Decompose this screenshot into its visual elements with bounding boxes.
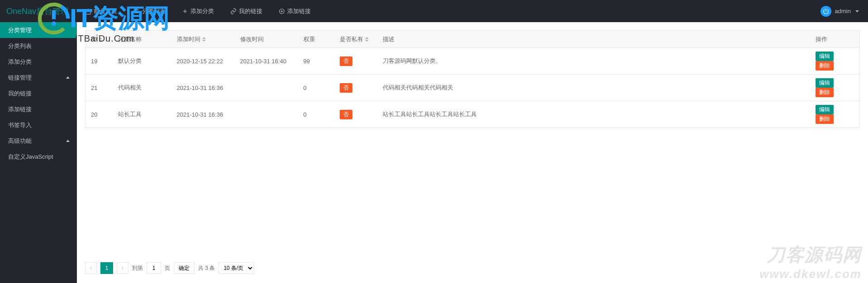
home-icon [85,8,91,14]
sidebar-item-add-link[interactable]: 添加链接 [0,101,77,117]
list-icon [133,8,140,14]
col-add-time[interactable]: 添加时间 [171,31,235,48]
private-badge: 否 [340,57,352,66]
cell-id: 20 [85,101,113,128]
sidebar-group-links[interactable]: 链接管理 [0,70,77,85]
nav-label: 分类列表 [142,7,166,15]
svg-point-5 [134,12,135,13]
cell-add-time: 2021-10-31 16:36 [171,75,235,101]
cell-id: 19 [85,48,113,75]
private-badge: 否 [340,83,352,93]
chevron-up-icon [66,140,70,142]
sidebar-group-label: 分类管理 [8,22,32,38]
sidebar-group-label: 链接管理 [8,70,32,85]
cell-private: 否 [334,48,377,75]
sidebar-item-import-bookmarks[interactable]: 书签导入 [0,117,77,133]
sort-icon [365,37,369,42]
sort-icon [202,37,206,42]
col-name: 分类名称 [113,31,171,48]
goto-label: 到第 [132,264,143,272]
edit-button[interactable]: 编辑 [816,78,834,88]
cell-name: 默认分类 [113,48,171,75]
goto-page-input[interactable] [147,262,161,274]
nav-category-list[interactable]: 分类列表 [125,0,174,22]
pagination: 1 到第 页 确定 共 3 条 10 条/页 [85,262,254,274]
plus-icon [182,8,188,14]
plus-circle-icon [279,8,285,14]
goto-confirm-button[interactable]: 确定 [174,262,194,274]
sort-icon [99,38,102,42]
top-header: OneNav后台管理 前台首页 分类列表 添加分类 我的链接 [0,0,868,22]
chevron-down-icon [855,10,859,12]
chevron-up-icon [66,76,70,79]
col-desc: 描述 [377,31,810,48]
sidebar-group-advanced[interactable]: 高级功能 [0,133,77,149]
cell-weight: 0 [298,101,334,128]
sidebar-group-category[interactable]: 分类管理 [0,22,77,38]
user-menu[interactable]: admin [811,0,868,22]
nav-label: 添加链接 [287,7,311,15]
nav-add-link[interactable]: 添加链接 [270,0,319,22]
cell-name: 代码相关 [113,75,171,101]
svg-point-4 [134,11,135,11]
sidebar-item-category-list[interactable]: 分类列表 [0,38,77,54]
edit-button[interactable]: 编辑 [816,52,834,61]
sidebar-item-custom-js[interactable]: 自定义JavaScript [0,149,77,165]
table-row: 20站长工具2021-10-31 16:360否站长工具站长工具站长工具站长工具… [85,101,860,128]
cell-add-time: 2020-12-15 22:22 [171,48,235,75]
page-next-button[interactable] [117,262,128,274]
cell-ops: 编辑删除 [810,48,860,75]
svg-point-3 [134,9,135,9]
cell-private: 否 [334,101,377,128]
page-prev-button[interactable] [85,262,97,274]
col-weight: 权重 [298,31,334,48]
total-count: 共 3 条 [198,264,215,272]
nav-add-category[interactable]: 添加分类 [174,0,222,22]
cell-mod-time [235,101,298,128]
delete-button[interactable]: 删除 [816,88,834,97]
col-private[interactable]: 是否私有 [334,31,377,48]
col-mod-time: 修改时间 [235,31,298,48]
delete-button[interactable]: 删除 [816,114,834,124]
col-id[interactable]: ID [85,31,113,48]
nav-label: 添加分类 [190,7,214,15]
user-name: admin [835,8,851,14]
cell-ops: 编辑删除 [810,75,860,101]
sidebar: 分类管理 分类列表 添加分类 链接管理 我的链接 添加链接 书签导入 高级功能 … [0,22,77,283]
col-ops: 操作 [810,31,860,48]
link-icon [230,8,237,14]
nav-home[interactable]: 前台首页 [77,0,125,22]
cell-ops: 编辑删除 [810,101,860,128]
page-unit: 页 [165,264,170,272]
per-page-select[interactable]: 10 条/页 [218,262,254,274]
page-number-current[interactable]: 1 [100,262,113,274]
cell-name: 站长工具 [113,101,171,128]
cell-add-time: 2021-10-31 16:36 [171,101,235,128]
category-table: ID 分类名称 添加时间 修改时间 权重 是否私有 描述 操作 19默认分类20… [85,30,860,128]
delete-button[interactable]: 删除 [816,61,834,71]
cell-weight: 99 [298,48,334,75]
cell-mod-time [235,75,298,101]
nav-label: 我的链接 [239,7,262,15]
cell-desc: 站长工具站长工具站长工具站长工具 [377,101,810,128]
main-content: ID 分类名称 添加时间 修改时间 权重 是否私有 描述 操作 19默认分类20… [77,22,868,283]
cell-private: 否 [334,75,377,101]
cell-mod-time: 2021-10-31 16:40 [235,48,298,75]
private-badge: 否 [340,110,352,119]
power-icon [821,6,831,17]
edit-button[interactable]: 编辑 [816,105,834,114]
nav-my-links[interactable]: 我的链接 [222,0,270,22]
cell-desc: 刀客源码网默认分类。 [377,48,810,75]
sidebar-item-add-category[interactable]: 添加分类 [0,54,77,70]
table-row: 19默认分类2020-12-15 22:222021-10-31 16:4099… [85,48,860,75]
cell-weight: 0 [298,75,334,101]
nav-label: 前台首页 [94,7,117,15]
cell-desc: 代码相关代码相关代码相关 [377,75,810,101]
sidebar-item-my-links[interactable]: 我的链接 [0,85,77,101]
table-header-row: ID 分类名称 添加时间 修改时间 权重 是否私有 描述 操作 [85,31,860,48]
table-row: 21代码相关2021-10-31 16:360否代码相关代码相关代码相关编辑删除 [85,75,860,101]
sidebar-group-label: 高级功能 [8,133,32,149]
brand-title: OneNav后台管理 [0,6,77,17]
cell-id: 21 [85,75,113,101]
